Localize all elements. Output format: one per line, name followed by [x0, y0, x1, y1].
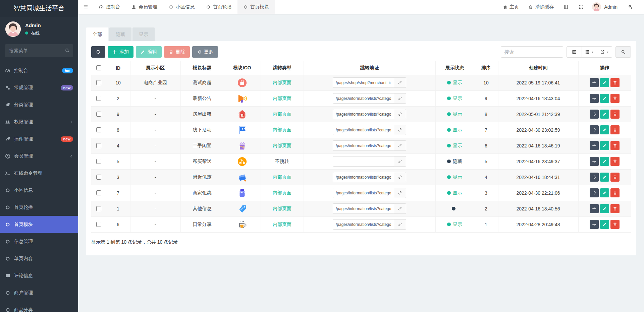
link-button[interactable]: [394, 77, 406, 88]
refresh-button[interactable]: [91, 46, 105, 58]
row-edit-button[interactable]: [600, 110, 609, 119]
sidebar-item[interactable]: 商户管理: [0, 284, 78, 301]
jump-url-input[interactable]: [333, 219, 394, 230]
topnav-tab[interactable]: 首页模块: [237, 0, 275, 14]
export-button[interactable]: [597, 46, 612, 58]
topnav-tab[interactable]: 控制台: [93, 0, 126, 14]
jump-url-input[interactable]: [333, 125, 394, 135]
row-edit-button[interactable]: [600, 157, 609, 166]
row-delete-button[interactable]: [610, 157, 620, 166]
status-badge[interactable]: [452, 207, 458, 210]
jump-url-input[interactable]: [333, 93, 394, 104]
link-button[interactable]: [394, 172, 406, 182]
row-checkbox[interactable]: [96, 80, 101, 85]
row-edit-button[interactable]: [600, 188, 609, 197]
dragsort-button[interactable]: [590, 204, 599, 213]
dragsort-button[interactable]: [590, 78, 599, 87]
dragsort-button[interactable]: [590, 188, 599, 197]
row-edit-button[interactable]: [600, 204, 609, 213]
search-button[interactable]: [615, 46, 631, 58]
jump-url-input[interactable]: [333, 109, 394, 119]
row-checkbox[interactable]: [96, 96, 101, 101]
link-button[interactable]: [394, 219, 406, 230]
dragsort-button[interactable]: [590, 220, 599, 229]
filter-tab[interactable]: 隐藏: [109, 27, 131, 41]
jump-url-input[interactable]: [333, 140, 394, 151]
jump-url-input[interactable]: [333, 188, 394, 198]
row-checkbox[interactable]: [96, 206, 101, 211]
row-delete-button[interactable]: [610, 188, 620, 197]
sidebar-item[interactable]: 插件管理 new: [0, 130, 78, 147]
add-button[interactable]: 添加: [108, 46, 133, 58]
link-button[interactable]: [394, 156, 406, 167]
row-checkbox[interactable]: [96, 159, 101, 164]
row-edit-button[interactable]: [600, 78, 609, 87]
log-button[interactable]: [558, 4, 574, 9]
status-badge[interactable]: 显示: [447, 174, 462, 180]
fullscreen-button[interactable]: [574, 4, 589, 9]
link-button[interactable]: [394, 203, 406, 214]
clear-cache-link[interactable]: 清除缓存: [524, 0, 558, 14]
row-delete-button[interactable]: [610, 78, 620, 87]
sidebar-item[interactable]: 首页模块: [0, 216, 78, 233]
row-checkbox[interactable]: [96, 190, 101, 195]
link-button[interactable]: [394, 140, 406, 151]
row-delete-button[interactable]: [610, 173, 620, 182]
row-edit-button[interactable]: [600, 220, 609, 229]
sidebar-item[interactable]: 权限管理: [0, 113, 78, 130]
dragsort-button[interactable]: [590, 141, 599, 150]
detail-view-button[interactable]: [567, 46, 582, 58]
status-badge[interactable]: 显示: [447, 143, 462, 149]
edit-button[interactable]: 编辑: [136, 46, 162, 58]
link-button[interactable]: [394, 125, 406, 135]
sidebar-item[interactable]: 信息管理: [0, 233, 78, 250]
more-button[interactable]: 更多: [192, 46, 218, 58]
menu-search-input[interactable]: [5, 44, 73, 57]
status-badge[interactable]: 隐藏: [447, 159, 462, 165]
topnav-tab[interactable]: 小区信息: [163, 0, 200, 14]
filter-tab[interactable]: 全部: [86, 27, 108, 41]
dragsort-button[interactable]: [590, 173, 599, 182]
topnav-tab[interactable]: 会员管理: [126, 0, 163, 14]
status-badge[interactable]: 显示: [447, 111, 462, 117]
status-badge[interactable]: 显示: [447, 96, 462, 102]
row-delete-button[interactable]: [610, 110, 620, 119]
link-button[interactable]: [394, 93, 406, 104]
sidebar-item[interactable]: 在线命令管理: [0, 165, 78, 182]
row-edit-button[interactable]: [600, 141, 609, 150]
row-edit-button[interactable]: [600, 173, 609, 182]
sidebar-item[interactable]: 首页轮播: [0, 199, 78, 216]
sidebar-toggle-button[interactable]: [78, 0, 93, 14]
row-delete-button[interactable]: [610, 204, 620, 213]
topnav-tab[interactable]: 首页轮播: [200, 0, 237, 14]
sidebar-item[interactable]: 小区信息: [0, 182, 78, 199]
select-all-checkbox[interactable]: [96, 65, 101, 70]
home-link[interactable]: 主页: [498, 0, 524, 14]
filter-tab[interactable]: 显示: [132, 27, 155, 41]
status-badge[interactable]: 显示: [447, 222, 462, 228]
settings-button[interactable]: [623, 4, 638, 9]
status-badge[interactable]: 显示: [447, 80, 462, 86]
navbar-username[interactable]: Admin: [604, 4, 618, 10]
row-delete-button[interactable]: [610, 141, 620, 150]
jump-url-input[interactable]: [333, 203, 394, 214]
table-search-input[interactable]: [501, 46, 563, 58]
sidebar-item[interactable]: 控制台 hot: [0, 62, 78, 79]
row-delete-button[interactable]: [610, 125, 620, 134]
row-edit-button[interactable]: [600, 125, 609, 134]
row-delete-button[interactable]: [610, 94, 620, 103]
sidebar-item[interactable]: 常规管理 new: [0, 79, 78, 96]
jump-url-input[interactable]: [333, 77, 394, 88]
status-badge[interactable]: 显示: [447, 127, 462, 133]
navbar-avatar[interactable]: [592, 2, 601, 11]
dragsort-button[interactable]: [590, 110, 599, 119]
link-button[interactable]: [394, 109, 406, 119]
sidebar-item[interactable]: 分类管理: [0, 96, 78, 113]
row-checkbox[interactable]: [96, 143, 101, 148]
status-badge[interactable]: 显示: [447, 190, 462, 196]
delete-button[interactable]: 删除: [164, 46, 190, 58]
row-edit-button[interactable]: [600, 94, 609, 103]
dragsort-button[interactable]: [590, 94, 599, 103]
sidebar-item[interactable]: 会员管理: [0, 147, 78, 165]
dragsort-button[interactable]: [590, 157, 599, 166]
